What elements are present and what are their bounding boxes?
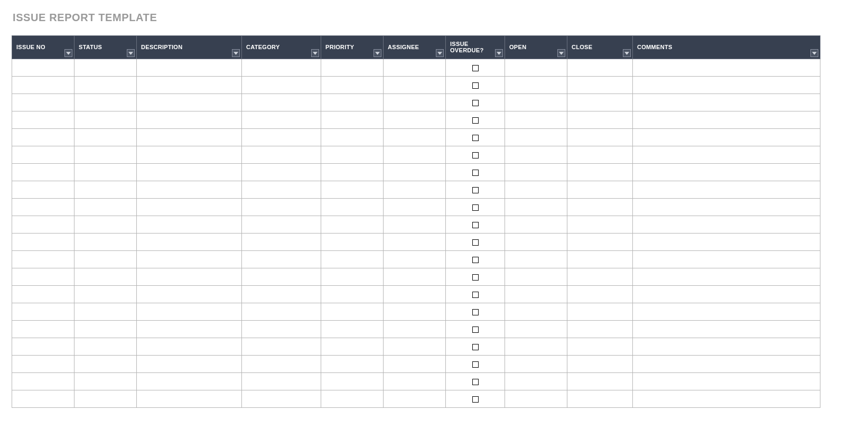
cell-issue_no[interactable] [12, 390, 74, 408]
cell-open[interactable] [505, 59, 567, 77]
cell-assignee[interactable] [384, 234, 446, 251]
cell-status[interactable] [74, 286, 137, 303]
cell-issue_no[interactable] [12, 199, 74, 216]
cell-close[interactable] [567, 303, 633, 321]
cell-open[interactable] [505, 373, 567, 390]
overdue-checkbox[interactable] [472, 100, 479, 106]
cell-comments[interactable] [633, 129, 820, 146]
cell-priority[interactable] [321, 146, 384, 164]
cell-status[interactable] [74, 338, 137, 356]
cell-status[interactable] [74, 356, 137, 373]
filter-dropdown-icon[interactable] [64, 49, 72, 57]
cell-comments[interactable] [633, 234, 820, 251]
cell-desc[interactable] [137, 390, 242, 408]
cell-issue_no[interactable] [12, 181, 74, 199]
cell-issue_no[interactable] [12, 216, 74, 234]
overdue-checkbox[interactable] [472, 396, 479, 403]
cell-category[interactable] [242, 286, 321, 303]
cell-priority[interactable] [321, 356, 384, 373]
cell-desc[interactable] [137, 164, 242, 181]
cell-status[interactable] [74, 216, 137, 234]
cell-priority[interactable] [321, 129, 384, 146]
cell-open[interactable] [505, 111, 567, 129]
cell-category[interactable] [242, 390, 321, 408]
cell-category[interactable] [242, 77, 321, 94]
cell-open[interactable] [505, 251, 567, 268]
cell-issue_no[interactable] [12, 321, 74, 338]
cell-issue_no[interactable] [12, 94, 74, 111]
cell-priority[interactable] [321, 234, 384, 251]
cell-issue_no[interactable] [12, 146, 74, 164]
cell-assignee[interactable] [384, 181, 446, 199]
cell-issue_no[interactable] [12, 59, 74, 77]
cell-category[interactable] [242, 234, 321, 251]
cell-comments[interactable] [633, 59, 820, 77]
overdue-checkbox[interactable] [472, 152, 479, 158]
cell-desc[interactable] [137, 199, 242, 216]
overdue-checkbox[interactable] [472, 82, 479, 89]
cell-priority[interactable] [321, 164, 384, 181]
cell-category[interactable] [242, 111, 321, 129]
cell-category[interactable] [242, 321, 321, 338]
cell-issue_no[interactable] [12, 268, 74, 286]
cell-priority[interactable] [321, 303, 384, 321]
cell-open[interactable] [505, 268, 567, 286]
cell-desc[interactable] [137, 59, 242, 77]
cell-close[interactable] [567, 77, 633, 94]
cell-priority[interactable] [321, 251, 384, 268]
cell-comments[interactable] [633, 390, 820, 408]
cell-category[interactable] [242, 94, 321, 111]
cell-category[interactable] [242, 356, 321, 373]
cell-issue_no[interactable] [12, 164, 74, 181]
cell-status[interactable] [74, 268, 137, 286]
overdue-checkbox[interactable] [472, 344, 479, 350]
cell-open[interactable] [505, 286, 567, 303]
cell-close[interactable] [567, 59, 633, 77]
overdue-checkbox[interactable] [472, 204, 479, 211]
cell-open[interactable] [505, 199, 567, 216]
cell-status[interactable] [74, 94, 137, 111]
overdue-checkbox[interactable] [472, 239, 479, 246]
cell-category[interactable] [242, 181, 321, 199]
cell-category[interactable] [242, 338, 321, 356]
cell-comments[interactable] [633, 216, 820, 234]
cell-close[interactable] [567, 164, 633, 181]
cell-comments[interactable] [633, 164, 820, 181]
cell-priority[interactable] [321, 77, 384, 94]
cell-comments[interactable] [633, 181, 820, 199]
cell-desc[interactable] [137, 234, 242, 251]
cell-assignee[interactable] [384, 59, 446, 77]
cell-assignee[interactable] [384, 286, 446, 303]
cell-desc[interactable] [137, 129, 242, 146]
cell-priority[interactable] [321, 268, 384, 286]
cell-close[interactable] [567, 338, 633, 356]
cell-issue_no[interactable] [12, 373, 74, 390]
cell-open[interactable] [505, 303, 567, 321]
cell-priority[interactable] [321, 199, 384, 216]
cell-issue_no[interactable] [12, 356, 74, 373]
cell-priority[interactable] [321, 321, 384, 338]
cell-assignee[interactable] [384, 77, 446, 94]
cell-assignee[interactable] [384, 146, 446, 164]
cell-desc[interactable] [137, 181, 242, 199]
cell-issue_no[interactable] [12, 338, 74, 356]
cell-open[interactable] [505, 216, 567, 234]
cell-comments[interactable] [633, 321, 820, 338]
cell-assignee[interactable] [384, 321, 446, 338]
cell-comments[interactable] [633, 77, 820, 94]
cell-close[interactable] [567, 390, 633, 408]
cell-open[interactable] [505, 94, 567, 111]
filter-dropdown-icon[interactable] [311, 49, 319, 57]
cell-desc[interactable] [137, 94, 242, 111]
cell-status[interactable] [74, 251, 137, 268]
cell-status[interactable] [74, 111, 137, 129]
cell-issue_no[interactable] [12, 129, 74, 146]
cell-assignee[interactable] [384, 94, 446, 111]
cell-status[interactable] [74, 77, 137, 94]
overdue-checkbox[interactable] [472, 274, 479, 281]
cell-assignee[interactable] [384, 356, 446, 373]
filter-dropdown-icon[interactable] [810, 49, 818, 57]
cell-priority[interactable] [321, 181, 384, 199]
cell-comments[interactable] [633, 111, 820, 129]
cell-status[interactable] [74, 303, 137, 321]
